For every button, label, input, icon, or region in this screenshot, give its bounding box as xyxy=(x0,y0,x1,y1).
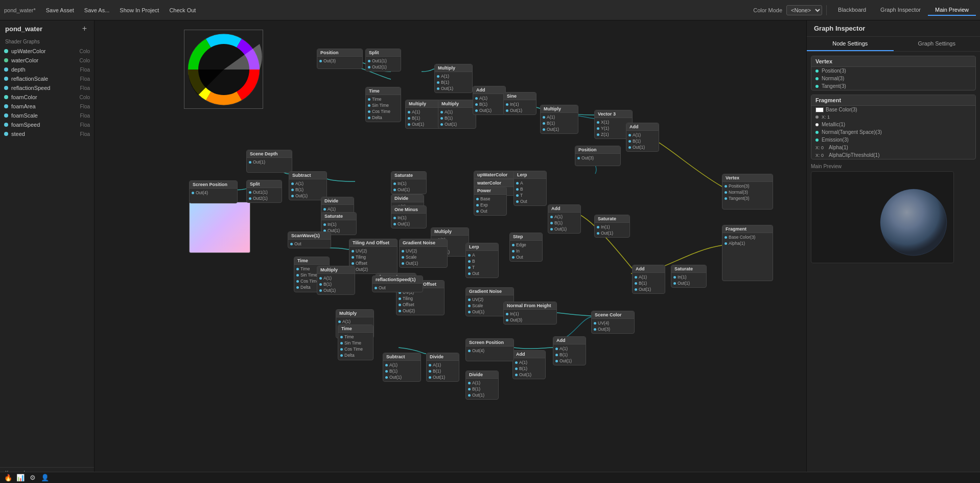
node-subtract1[interactable]: SubtractA(1)B(1)Out(1) xyxy=(289,171,327,200)
node-sine[interactable]: SineIn(1)Out(1) xyxy=(503,92,536,115)
node-add5[interactable]: AddA(1)B(1)Out(1) xyxy=(512,350,546,379)
port-dot xyxy=(476,204,479,206)
port-row: Base xyxy=(476,196,504,202)
port-dot xyxy=(543,122,545,125)
property-item-waterColor[interactable]: waterColorColo xyxy=(0,56,94,65)
node-body-divide4: A(1)B(1)Out(1) xyxy=(466,379,498,399)
node-lerp2[interactable]: LerpABTOut xyxy=(465,243,499,278)
node-header-oneMinus: One Minus xyxy=(391,206,426,214)
node-subtract2[interactable]: SubtractA(1)B(1)Out(1) xyxy=(383,353,421,382)
node-divide4[interactable]: DivideA(1)B(1)Out(1) xyxy=(465,371,499,400)
property-item-depth[interactable]: depthFloa xyxy=(0,65,94,74)
node-saturate4[interactable]: SaturateIn(1)Out(1) xyxy=(671,265,707,288)
node-power1[interactable]: PowerBaseExpOut xyxy=(474,187,507,216)
port-label: Out xyxy=(472,271,479,276)
fragment-node-header: Fragment xyxy=(811,95,975,106)
port-row: Out(1) xyxy=(385,374,418,380)
node-reflactionSpeedNode[interactable]: reflactionSpeed(1)Out xyxy=(372,275,423,292)
node-divide3[interactable]: DivideA(1)B(1)Out(1) xyxy=(426,353,459,382)
add-property-button[interactable]: + xyxy=(80,25,89,33)
property-item-foamScale[interactable]: foamScaleFloa xyxy=(0,111,94,120)
node-body-time1: TimeSin TimeCos TimeDelta xyxy=(366,95,401,122)
node-multiply4[interactable]: MultiplyA(1)B(1)Out(1) xyxy=(540,105,578,134)
port-row: Delta xyxy=(340,352,371,358)
node-header-power1: Power xyxy=(474,187,506,195)
show-in-project-button[interactable]: Show In Project xyxy=(115,5,163,15)
port-label: Out2(1) xyxy=(372,64,387,70)
node-vertex[interactable]: VertexPosition(3)Normal(3)Tangent(3) xyxy=(722,174,773,210)
node-add4[interactable]: AddA(1)B(1)Out(1) xyxy=(632,265,665,294)
port-label: B(1) xyxy=(295,187,304,192)
right-panel-tabs: Node Settings Graph Settings xyxy=(807,37,980,52)
save-asset-button[interactable]: Save Asset xyxy=(42,5,78,15)
node-saturate1[interactable]: SaturateIn(1)Out(1) xyxy=(391,171,427,194)
node-oneMinus[interactable]: One MinusIn(1)Out(1) xyxy=(391,205,427,228)
status-icon-settings[interactable]: ⚙ xyxy=(29,474,37,482)
property-item-steed[interactable]: steedFloa xyxy=(0,129,94,139)
node-position[interactable]: PositionOut(3) xyxy=(317,49,363,69)
node-screenPos2[interactable]: Screen PositionOut(4) xyxy=(465,338,514,361)
status-icon-chart[interactable]: 📊 xyxy=(16,474,25,482)
port-row: Out(1) xyxy=(402,260,445,266)
tab-main-preview[interactable]: Main Preview xyxy=(928,5,976,16)
property-item-upWaterColor[interactable]: upWaterColorColo xyxy=(0,47,94,56)
node-gradientNoise1[interactable]: Gradient NoiseUV(2)ScaleOut(1) xyxy=(399,239,448,268)
node-lerp1[interactable]: LerpABTOut xyxy=(514,171,547,206)
tab-node-settings[interactable]: Node Settings xyxy=(807,37,894,51)
port-dot xyxy=(468,388,471,390)
node-multiply1[interactable]: MultiplyA(1)B(1)Out(1) xyxy=(434,64,473,93)
prop-dot-reflactionSpeed xyxy=(4,86,8,90)
port-label: Out(1) xyxy=(445,122,457,127)
port-row: In(1) xyxy=(393,215,424,221)
port-dot xyxy=(368,60,370,62)
tab-blackboard[interactable]: Blackboard xyxy=(831,5,873,16)
node-split1[interactable]: SplitOut1(1)Out2(1) xyxy=(365,49,401,72)
node-split2[interactable]: SplitOut1(1)Out2(1) xyxy=(246,180,282,203)
node-add2[interactable]: AddA(1)B(1)Out(1) xyxy=(626,123,659,152)
node-position2[interactable]: PositionOut(3) xyxy=(575,146,621,166)
port-label: A(1) xyxy=(559,346,568,351)
tab-graph-inspector[interactable]: Graph Inspector xyxy=(873,5,928,16)
port-row: B xyxy=(468,258,496,264)
port-label: Out(1) xyxy=(601,231,613,236)
node-fragment[interactable]: FragmentBase Color(3)Alpha(1) xyxy=(722,225,773,281)
node-sceneDepth[interactable]: Scene DepthOut(1) xyxy=(246,150,292,173)
node-multiply3[interactable]: MultiplyA(1)B(1)Out(1) xyxy=(438,100,476,129)
property-item-foamSpeed[interactable]: foamSpeedFloa xyxy=(0,120,94,129)
port-dot xyxy=(725,197,727,200)
save-as-button[interactable]: Save As... xyxy=(80,5,114,15)
port-label: A(1) xyxy=(323,275,332,281)
port-dot xyxy=(468,260,471,263)
port-label: In(1) xyxy=(398,181,406,186)
port-row: Tiling xyxy=(352,254,395,260)
color-mode-select[interactable]: <None> xyxy=(786,5,822,15)
node-add1[interactable]: AddA(1)B(1)Out(1) xyxy=(473,86,506,115)
node-multiply6[interactable]: MultiplyA(1)B(1)Out(1) xyxy=(317,266,355,295)
node-time3[interactable]: TimeTimeSin TimeCos TimeDelta xyxy=(338,325,374,360)
node-saturate3[interactable]: SaturateIn(1)Out(1) xyxy=(594,215,630,238)
node-step[interactable]: StepEdgeInOut xyxy=(509,233,543,262)
node-scanWave[interactable]: ScanWave(1)Out xyxy=(288,232,331,248)
prop-name-reflactionSpeed: reflactionSpeed xyxy=(11,85,77,91)
port-dot xyxy=(393,217,396,219)
tab-graph-settings[interactable]: Graph Settings xyxy=(894,37,981,51)
canvas-area[interactable]: PositionOut(3)SplitOut1(1)Out2(1)Multipl… xyxy=(95,20,806,483)
status-icon-user[interactable]: 👤 xyxy=(41,474,49,482)
check-out-button[interactable]: Check Out xyxy=(165,5,200,15)
node-screenPos1[interactable]: Screen PositionOut(4) xyxy=(189,180,238,203)
node-add3[interactable]: AddA(1)B(1)Out(1) xyxy=(548,204,581,234)
property-item-reflactionScale[interactable]: reflactionScaleFloa xyxy=(0,74,94,83)
preview-svg xyxy=(811,171,953,263)
port-dot xyxy=(635,276,637,279)
node-timingAndOffset1[interactable]: Tiling And OffsetUV(2)TilingOffsetOut(2) xyxy=(349,239,398,274)
node-add6[interactable]: AddA(1)B(1)Out(1) xyxy=(553,336,586,365)
node-normalFromHeight[interactable]: Normal From HeightIn(1)Out(3) xyxy=(503,302,557,325)
property-item-foamColor[interactable]: foamColorColo xyxy=(0,93,94,102)
status-icon-fire[interactable]: 🔥 xyxy=(4,474,12,482)
node-time1[interactable]: TimeTimeSin TimeCos TimeDelta xyxy=(365,87,401,122)
port-row: Out(1) xyxy=(597,230,627,236)
node-sceneColor[interactable]: Scene ColorUV(4)Out(3) xyxy=(591,311,635,334)
property-item-reflactionSpeed[interactable]: reflactionSpeedFloa xyxy=(0,83,94,93)
property-item-foamArea[interactable]: foamAreaFloa xyxy=(0,102,94,111)
prop-name-reflactionScale: reflactionScale xyxy=(11,76,77,82)
